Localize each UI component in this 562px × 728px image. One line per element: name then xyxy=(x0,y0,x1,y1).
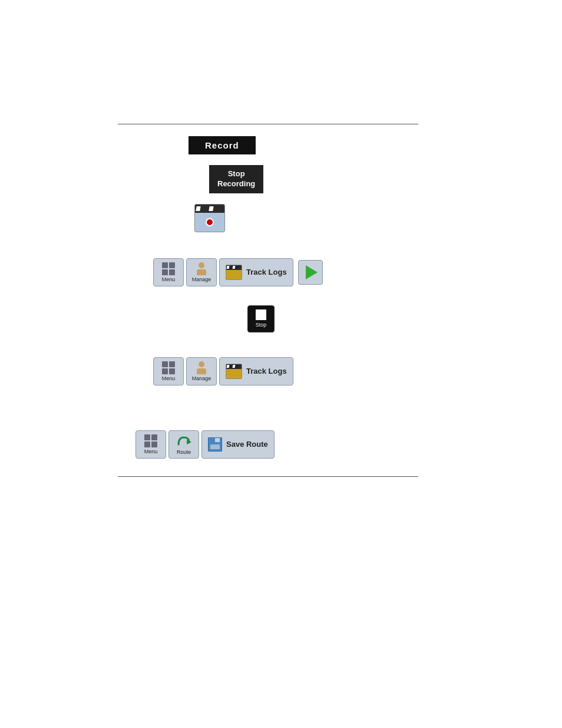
save-route-button[interactable]: Save Route xyxy=(201,430,275,459)
manage-icon xyxy=(195,262,208,275)
stop-recording-button[interactable]: Stop Recording xyxy=(209,165,263,193)
track-logs-icon-2 xyxy=(226,364,242,379)
track-logs-button[interactable]: Track Logs xyxy=(219,258,293,286)
menu-icon-2 xyxy=(162,361,175,374)
toolbar-row-2: Menu Manage Track Logs xyxy=(153,357,418,386)
track-logs-icon xyxy=(226,265,242,280)
record-dot xyxy=(206,218,214,226)
toolbar-row-3: Menu Route Save Route xyxy=(135,430,418,459)
menu-button-3[interactable]: Menu xyxy=(135,430,166,459)
clapperboard-icon xyxy=(194,204,225,232)
route-button[interactable]: Route xyxy=(168,430,199,459)
record-button[interactable]: Record xyxy=(189,136,256,154)
menu-icon-3 xyxy=(144,434,157,447)
track-logs-button-2[interactable]: Track Logs xyxy=(219,357,293,386)
floppy-disk-icon xyxy=(208,437,222,452)
route-icon xyxy=(176,434,191,448)
manage-button-2[interactable]: Manage xyxy=(186,357,217,386)
manage-button[interactable]: Manage xyxy=(186,258,217,286)
play-icon xyxy=(306,265,318,279)
play-button[interactable] xyxy=(298,260,323,285)
menu-button[interactable]: Menu xyxy=(153,258,184,286)
menu-button-2[interactable]: Menu xyxy=(153,357,184,386)
menu-icon xyxy=(162,262,175,275)
toolbar-row-1: Menu Manage Track Logs xyxy=(153,258,418,286)
stop-icon xyxy=(256,309,266,320)
stop-button[interactable]: Stop xyxy=(247,305,275,332)
manage-icon-2 xyxy=(195,361,208,374)
